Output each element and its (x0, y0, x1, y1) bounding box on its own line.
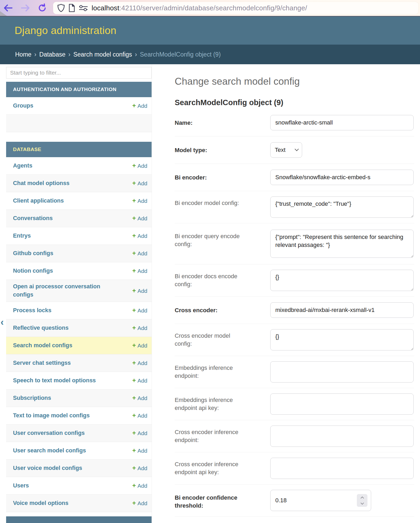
bi-encoder-model-config-textarea[interactable] (270, 196, 414, 218)
add-voice-model-options-button[interactable]: +Add (132, 500, 147, 507)
add-reflective-questions-button[interactable]: +Add (132, 324, 147, 332)
sidebar-link-reflective-questions[interactable]: Reflective questions (13, 321, 68, 335)
sidebar-link-text-to-image-model-configs[interactable]: Text to image model configs (13, 409, 90, 422)
add-user-conversation-configs-button[interactable]: +Add (132, 430, 147, 437)
add-entrys-button[interactable]: +Add (132, 232, 147, 239)
sidebar-link-voice-model-options[interactable]: Voice model options (13, 496, 68, 510)
add-github-configs-button[interactable]: +Add (132, 250, 147, 257)
sidebar-item-conversations: Conversations+Add (6, 210, 152, 227)
sidebar-toggle-button[interactable]: ‹ (1, 318, 4, 327)
plus-icon: + (132, 430, 136, 436)
add-process-locks-button[interactable]: +Add (132, 307, 147, 314)
embeddings-inference-endpoint-api-key-input[interactable] (270, 393, 414, 415)
add-subscriptions-button[interactable]: +Add (132, 395, 147, 402)
main-content: Change search model config SearchModelCo… (152, 64, 420, 523)
embeddings-inference-endpoint-label: Embeddings inference endpoint: (175, 361, 249, 380)
name-input[interactable] (270, 115, 414, 130)
back-button[interactable] (3, 4, 13, 12)
breadcrumb-link-home[interactable]: Home (15, 51, 31, 58)
bi-encoder-query-encode-config-label: Bi encoder query encode config: (175, 230, 249, 248)
sidebar-filter-input[interactable] (6, 67, 152, 79)
add-speech-to-text-model-optionss-button[interactable]: +Add (132, 377, 147, 384)
plus-icon: + (132, 447, 136, 454)
sidebar-item-notion-configs: Notion configs+Add (6, 262, 152, 280)
cross-encoder-model-config-textarea[interactable] (270, 329, 414, 350)
sidebar-item-chat-model-optionss: Chat model optionss+Add (6, 175, 152, 192)
add-agents-button[interactable]: +Add (132, 162, 147, 169)
sidebar-link-entrys[interactable]: Entrys (13, 229, 31, 243)
add-server-chat-settingss-button[interactable]: +Add (132, 359, 147, 367)
bi-encoder-confidence-threshold-stepper (270, 490, 371, 511)
cross-encoder-label: Cross encoder: (175, 302, 249, 314)
cross-encoder-model-config-label: Cross encoder model config: (175, 329, 249, 348)
reload-button[interactable] (38, 3, 47, 12)
add-groups-button[interactable]: +Add (132, 102, 147, 109)
bi-encoder-docs-encode-config-textarea[interactable] (270, 270, 414, 291)
add-notion-configs-button[interactable]: +Add (132, 267, 147, 275)
add-users-button[interactable]: +Add (132, 482, 147, 489)
sidebar-link-notion-configs[interactable]: Notion configs (13, 264, 53, 278)
field-row-cross-encoder-inference-endpoint-api-key: Cross encoder inference endpoint api key… (175, 452, 414, 485)
add-search-model-configs-button[interactable]: +Add (132, 342, 147, 349)
bi-encoder-input[interactable] (270, 170, 414, 185)
cross-encoder-inference-endpoint-api-key-label: Cross encoder inference endpoint api key… (175, 458, 249, 477)
sidebar-link-process-locks[interactable]: Process locks (13, 304, 52, 317)
sidebar-link-chat-model-optionss[interactable]: Chat model optionss (13, 177, 70, 190)
cross-encoder-inference-endpoint-input[interactable] (270, 426, 414, 447)
sidebar-link-github-configs[interactable]: Github configs (13, 247, 53, 260)
add-user-search-model-configs-button[interactable]: +Add (132, 447, 147, 454)
sidebar-link-users[interactable]: Users (13, 479, 29, 492)
sidebar-link-server-chat-settingss[interactable]: Server chat settingss (13, 356, 71, 370)
bi-encoder-confidence-threshold-input[interactable] (270, 490, 371, 511)
sidebar-link-open-ai-processor-conversation-configs[interactable]: Open ai processor conversation configs (13, 280, 101, 302)
field-row-bi-encoder-confidence-threshold: Bi encoder confidence threshold: (175, 485, 414, 517)
bi-encoder-query-encode-config-textarea[interactable] (270, 230, 414, 258)
plus-icon: + (132, 232, 136, 239)
cross-encoder-inference-endpoint-api-key-input[interactable] (270, 458, 414, 479)
sidebar-link-groups[interactable]: Groups (13, 99, 33, 113)
sidebar-link-user-voice-model-configs[interactable]: User voice model configs (13, 461, 82, 475)
sidebar-item-text-to-image-model-configs: Text to image model configs+Add (6, 407, 152, 425)
url-bar[interactable]: localhost:42110/server/admin/database/se… (53, 2, 418, 14)
add-chat-model-optionss-button[interactable]: +Add (132, 180, 147, 187)
breadcrumb-link-database[interactable]: Database (39, 51, 65, 58)
field-row-bi-encoder-model-config: Bi encoder model config: (175, 191, 414, 223)
sidebar-link-speech-to-text-model-optionss[interactable]: Speech to text model optionss (13, 374, 96, 387)
sidebar-item-server-chat-settingss: Server chat settingss+Add (6, 354, 152, 372)
plus-icon: + (132, 359, 136, 366)
add-text-to-image-model-configs-button[interactable]: +Add (132, 412, 147, 419)
site-title-link[interactable]: Django administration (15, 25, 117, 36)
sidebar-link-user-conversation-configs[interactable]: User conversation configs (13, 426, 85, 440)
plus-icon: + (132, 500, 136, 507)
plus-icon: + (132, 412, 136, 419)
sidebar-link-agents[interactable]: Agents (13, 159, 32, 173)
sidebar-item-process-locks: Process locks+Add (6, 302, 152, 319)
breadcrumb-separator: › (34, 51, 36, 58)
shield-icon[interactable] (57, 4, 65, 12)
cross-encoder-inference-endpoint-label: Cross encoder inference endpoint: (175, 426, 249, 444)
add-label: Add (138, 215, 147, 221)
forward-button[interactable] (21, 4, 30, 12)
page-icon[interactable] (68, 4, 75, 12)
add-open-ai-processor-conversation-configs-button[interactable]: +Add (132, 287, 147, 294)
model-type-select[interactable]: Text (270, 142, 302, 158)
breadcrumb-link-search-model-configs[interactable]: Search model configs (73, 51, 132, 58)
add-conversations-button[interactable]: +Add (132, 215, 147, 222)
add-client-applications-button[interactable]: +Add (132, 197, 147, 204)
sidebar-link-conversations[interactable]: Conversations (13, 212, 53, 225)
add-label: Add (138, 307, 147, 314)
sidebar-link-user-search-model-configs[interactable]: User search model configs (13, 444, 86, 457)
permissions-sliders-icon[interactable] (79, 5, 88, 11)
sidebar-section-header: DATABASE (6, 142, 152, 157)
sidebar-link-client-applications[interactable]: Client applications (13, 194, 64, 208)
sidebar-link-subscriptions[interactable]: Subscriptions (13, 391, 51, 405)
number-spinner[interactable] (357, 494, 367, 507)
spinner-down-icon[interactable] (361, 501, 364, 505)
cross-encoder-input[interactable] (270, 302, 414, 318)
spinner-up-icon[interactable] (361, 496, 364, 500)
sidebar-link-search-model-configs[interactable]: Search model configs (13, 339, 72, 352)
url-text[interactable]: localhost:42110/server/admin/database/se… (92, 4, 307, 12)
embeddings-inference-endpoint-input[interactable] (270, 361, 414, 383)
add-user-voice-model-configs-button[interactable]: +Add (132, 465, 147, 472)
sidebar-item-groups: Groups+Add (6, 97, 152, 115)
